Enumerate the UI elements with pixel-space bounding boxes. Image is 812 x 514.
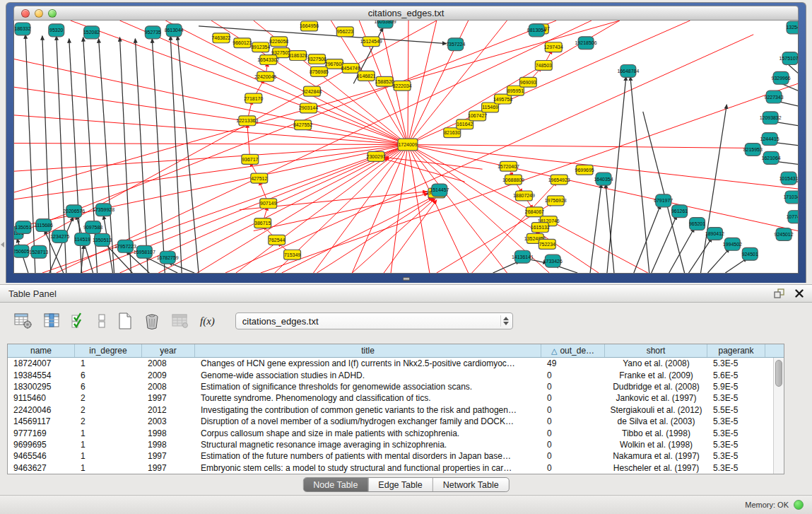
table-cell: Embryonic stem cells: a model to study s… xyxy=(195,463,541,473)
graph-node-label: 1067427 xyxy=(468,113,487,118)
graph-node-label: 19654923 xyxy=(548,177,570,182)
table-cell: 0 xyxy=(541,405,605,415)
create-column-button[interactable] xyxy=(117,312,133,330)
table-mode-button[interactable] xyxy=(14,313,33,329)
graph-node-label: 15751074 xyxy=(779,56,798,61)
table-row[interactable]: 1456911722003Disruption of a novel membe… xyxy=(8,416,784,427)
table-row[interactable]: 2242004622012Investigating the contribut… xyxy=(8,404,784,416)
table-body: 1872400712008Changes of HCN gene express… xyxy=(8,358,784,474)
table-cell: Stergiakouli et al. (2012) xyxy=(605,405,707,415)
window-title: citations_edges.txt xyxy=(14,8,798,18)
table-selector-combobox[interactable]: citations_edges.txt xyxy=(235,313,513,329)
table-row[interactable]: 911546021997Tourette syndrome. Phenomeno… xyxy=(8,392,784,404)
close-panel-icon[interactable] xyxy=(795,289,804,298)
graph-node-label: 9660123 xyxy=(233,40,252,45)
graph-node-label: 16543302 xyxy=(257,57,279,62)
column-header[interactable]: pagerank xyxy=(707,344,765,357)
graph-node-label: 6791977 xyxy=(654,198,673,203)
table-row[interactable]: 946554611997Estimation of the future num… xyxy=(8,450,784,462)
column-header[interactable]: title xyxy=(195,344,541,357)
network-view-window[interactable]: citations_edges.txt 74638229660123891235… xyxy=(6,2,806,283)
graph-node-label: 9329966 xyxy=(772,76,791,81)
graph-node-label: 1234275 xyxy=(50,234,69,239)
table-cell: Corpus callosum shape and size in male p… xyxy=(195,428,541,438)
function-builder-button[interactable]: f(x) xyxy=(200,315,215,327)
delete-column-button[interactable] xyxy=(143,312,160,330)
table-cell: 5.3E-5 xyxy=(707,428,765,438)
table-cell: 2 xyxy=(75,416,142,426)
table-cell: 5.9E-5 xyxy=(707,382,765,392)
graph-node-label: 8613044 xyxy=(165,28,184,33)
row-height-button[interactable] xyxy=(97,313,107,329)
tab-network-table[interactable]: Network Table xyxy=(433,478,509,491)
table-type-tabs: Node TableEdge TableNetwork Table xyxy=(302,477,509,492)
table-cell: 1 xyxy=(75,428,142,438)
table-row[interactable]: 1938455462009Genome-wide association stu… xyxy=(8,369,784,380)
hidden-panel-grip[interactable] xyxy=(1,242,4,247)
table-row[interactable]: 977716911998Corpus callosum shape and si… xyxy=(8,427,784,438)
table-cell: Hescheler et al. (1997) xyxy=(605,463,707,473)
graph-node-label: 186332 xyxy=(14,26,30,31)
table-cell: 18300295 xyxy=(8,382,75,392)
show-columns-button[interactable] xyxy=(43,313,60,329)
scrollbar-thumb[interactable] xyxy=(775,360,782,387)
table-row[interactable]: 1872400712008Changes of HCN gene express… xyxy=(8,358,784,369)
graph-node-label: 17957223 xyxy=(114,244,136,249)
table-cell: 5.3E-5 xyxy=(707,463,765,473)
graph-node-label: 135051 xyxy=(15,225,31,230)
table-row[interactable]: 946362711997Embryonic stem cells: a mode… xyxy=(8,462,784,474)
column-header[interactable]: in_degree xyxy=(75,344,142,357)
window-titlebar[interactable]: citations_edges.txt xyxy=(13,6,799,21)
select-columns-button[interactable] xyxy=(71,313,86,329)
table-cell: 19384554 xyxy=(8,370,75,380)
memory-indicator[interactable] xyxy=(794,500,804,510)
table-cell: 18724007 xyxy=(8,358,75,368)
table-cell: Structural magnetic resonance image aver… xyxy=(195,440,541,450)
network-graph[interactable]: 7463822966012389123548226058932750581863… xyxy=(14,21,798,273)
table-cell: Tibbo et al. (1998) xyxy=(605,428,707,438)
graph-node-label: 1350513 xyxy=(93,238,112,243)
tab-edge-table[interactable]: Edge Table xyxy=(368,478,433,491)
table-cell: Estimation of significance thresholds fo… xyxy=(195,382,541,392)
table-panel: Table Panel xyxy=(0,284,812,495)
graph-node-label: 22420046 xyxy=(254,74,276,79)
table-cell: 5.3E-5 xyxy=(707,358,765,368)
table-cell: 49 xyxy=(541,358,605,368)
graph-node-label: 8454749 xyxy=(341,66,360,71)
graph-node-label: 748503 xyxy=(536,63,552,68)
table-cell: 1997 xyxy=(142,393,195,403)
graph-node-label: 1528713 xyxy=(29,250,48,255)
column-header[interactable]: △out_de… xyxy=(541,344,605,357)
network-canvas[interactable]: 7463822966012389123548226058932750581863… xyxy=(13,21,799,274)
graph-node-label: 1621064 xyxy=(762,156,781,160)
vertical-scrollbar[interactable] xyxy=(773,358,784,474)
table-cell: 6 xyxy=(75,370,142,380)
import-table-button[interactable] xyxy=(171,313,189,329)
graph-node-label: 1640354 xyxy=(594,177,613,182)
table-panel-titlebar[interactable]: Table Panel xyxy=(0,285,812,303)
table-cell: 5.3E-5 xyxy=(707,451,765,461)
float-panel-icon[interactable] xyxy=(774,288,785,298)
table-cell: 5.3E-5 xyxy=(707,393,765,403)
column-header[interactable]: name xyxy=(8,344,75,357)
table-cell: Tourette syndrome. Phenomenology and cla… xyxy=(195,393,541,403)
table-cell: 0 xyxy=(541,370,605,380)
graph-node-label: 936717 xyxy=(242,157,258,162)
table-row[interactable]: 969969511998Structural magnetic resonanc… xyxy=(8,439,784,450)
graph-node-label: 9245012 xyxy=(775,232,794,237)
table-cell: 5.5E-5 xyxy=(707,405,765,415)
table-cell: Jankovic et al. (1997) xyxy=(605,393,707,403)
table-row[interactable]: 1830029562008Estimation of significance … xyxy=(8,381,784,392)
split-pane-handle[interactable] xyxy=(403,277,410,281)
graph-node-label: 2718170 xyxy=(244,96,263,101)
column-header[interactable]: year xyxy=(142,344,195,357)
table-cell: Estimation of the future numbers of pati… xyxy=(195,451,541,461)
table-cell: Yano et al. (2008) xyxy=(605,358,707,368)
table-cell: 1 xyxy=(75,451,142,461)
graph-node-label: 715349 xyxy=(284,252,300,257)
column-header[interactable]: short xyxy=(605,344,707,357)
graph-node-label: 8226058 xyxy=(269,39,288,44)
graph-node-label: 12213363 xyxy=(236,118,258,123)
graph-node-label: 17359928 xyxy=(93,207,114,212)
tab-node-table[interactable]: Node Table xyxy=(303,478,368,491)
